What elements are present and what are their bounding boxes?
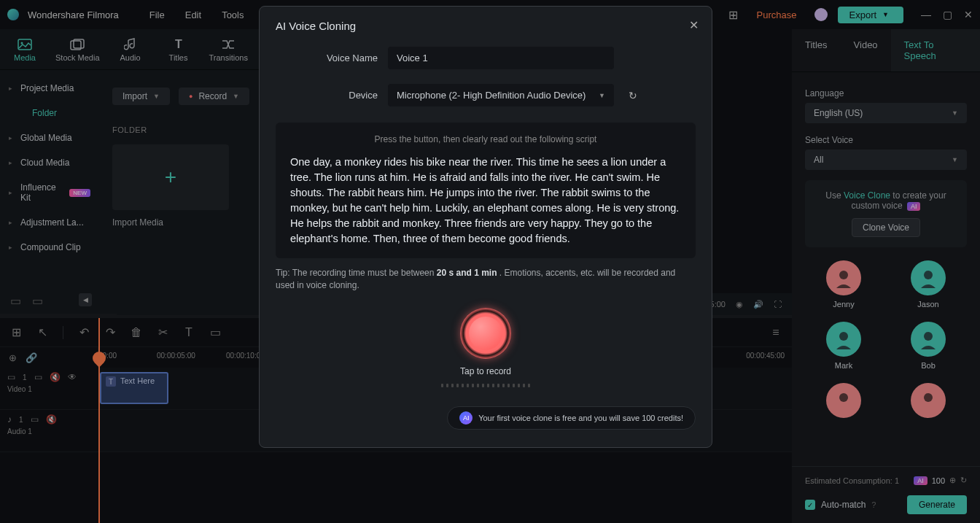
- voice-name-label: Voice Name: [305, 53, 378, 63]
- record-area: Tap to record: [276, 308, 696, 387]
- ai-dot-icon: AI: [459, 411, 472, 425]
- tip-text: Tip: The recording time must be between …: [276, 267, 696, 292]
- credit-banner-pill: AI Your first voice clone is free and yo…: [447, 406, 696, 430]
- record-button[interactable]: [460, 308, 511, 359]
- modal-close-button[interactable]: ✕: [689, 18, 699, 32]
- modal-title: AI Voice Cloning: [276, 20, 696, 32]
- script-box: Press the button, then clearly read out …: [276, 123, 696, 258]
- script-text: One day, a monkey rides his bike near th…: [290, 155, 681, 247]
- refresh-devices-icon[interactable]: ↻: [629, 90, 637, 101]
- script-instruction: Press the button, then clearly read out …: [290, 134, 681, 144]
- device-label: Device: [305, 90, 378, 101]
- record-label: Tap to record: [460, 366, 511, 376]
- voice-cloning-modal: AI Voice Cloning ✕ Voice Name Device Mic…: [259, 6, 712, 448]
- voice-name-input[interactable]: [388, 47, 614, 69]
- device-select[interactable]: Microphone (2- High Definition Audio Dev…: [388, 84, 614, 106]
- chevron-down-icon: ▼: [599, 92, 605, 99]
- credit-banner: AI Your first voice clone is free and yo…: [276, 406, 696, 430]
- waveform-icon: [441, 384, 530, 387]
